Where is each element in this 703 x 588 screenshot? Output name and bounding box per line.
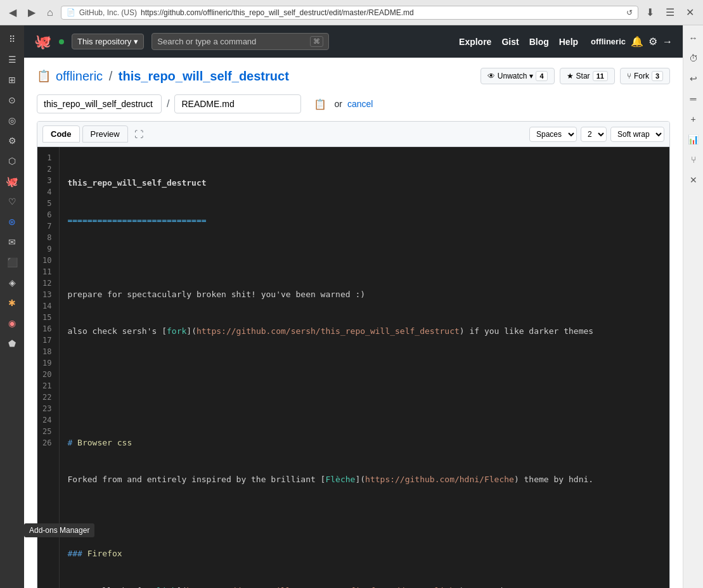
- github-logo: 🐙: [34, 34, 51, 50]
- repo-path: offlineric / this_repo_will_self_destruc…: [56, 69, 289, 84]
- star-count: 11: [593, 71, 608, 81]
- fork-label: Fork: [634, 72, 649, 80]
- repo-selector[interactable]: This repository ▾: [72, 34, 144, 49]
- fork-icon: ⑂: [627, 72, 631, 80]
- code-tab[interactable]: Code: [42, 125, 80, 143]
- indent-type-select[interactable]: Spaces: [529, 127, 577, 142]
- code-editor[interactable]: 1 2 3 4 5 6 7 8 9 10 11 12 13 14 15 16 1…: [37, 147, 669, 588]
- close-button[interactable]: ✕: [682, 5, 698, 20]
- menu-button[interactable]: ☰: [662, 5, 678, 20]
- unwatch-arrow: ▾: [529, 72, 533, 80]
- right-icon-add[interactable]: +: [686, 112, 701, 127]
- repo-owner-link[interactable]: offlineric: [56, 69, 103, 83]
- main-content: 🐙 This repository ▾ Search or type a com…: [24, 25, 683, 588]
- search-shortcut-icon: ⌘: [310, 36, 323, 47]
- search-placeholder: Search or type a command: [157, 37, 256, 46]
- right-icon-branch[interactable]: ⑂: [686, 152, 701, 167]
- unwatch-label: Unwatch: [498, 72, 527, 80]
- star-icon: ★: [567, 72, 574, 80]
- sidebar-icon-github[interactable]: 🐙: [3, 172, 21, 190]
- tab-favicon: 📄: [67, 8, 75, 16]
- gist-link[interactable]: Gist: [501, 37, 519, 47]
- gh-nav: Explore Gist Blog Help: [459, 37, 578, 47]
- settings-icon[interactable]: ⚙: [648, 35, 657, 48]
- editor-toolbar: Code Preview ⛶ Spaces 2 Soft wrap: [37, 122, 669, 147]
- right-icon-undo[interactable]: ↩: [686, 71, 701, 86]
- back-button[interactable]: ◀: [5, 5, 20, 20]
- username-label: offlineric: [591, 37, 626, 46]
- sidebar-icon-6[interactable]: ⚙: [3, 132, 21, 150]
- path-separator: /: [109, 69, 113, 83]
- cancel-link[interactable]: cancel: [347, 99, 373, 109]
- repo-file-icon: 📋: [37, 69, 51, 83]
- file-path-separator: /: [167, 98, 169, 110]
- sidebar-icon-1[interactable]: ⠿: [3, 30, 21, 48]
- sidebar-icon-4[interactable]: ⊙: [3, 91, 21, 109]
- file-actions: 📋 or cancel: [311, 96, 373, 113]
- editor-options: Spaces 2 Soft wrap: [529, 127, 664, 142]
- indent-size-select[interactable]: 2: [581, 127, 607, 142]
- copy-path-button[interactable]: 📋: [311, 96, 329, 113]
- editor-container: Code Preview ⛶ Spaces 2 Soft wrap 1 2 3: [37, 121, 670, 588]
- sidebar-icon-9[interactable]: ♡: [3, 193, 21, 210]
- sidebar-icon-15[interactable]: ◉: [3, 314, 21, 332]
- sidebar-icon-10[interactable]: ⊛: [3, 213, 21, 231]
- signout-icon[interactable]: →: [662, 36, 673, 48]
- repo-selector-label: This repository: [77, 37, 131, 46]
- sidebar-icon-2[interactable]: ☰: [3, 51, 21, 68]
- line-numbers: 1 2 3 4 5 6 7 8 9 10 11 12 13 14 15 16 1…: [37, 147, 60, 588]
- browser-chrome: ◀ ▶ ⌂ 📄 GitHub, Inc. (US) https://github…: [0, 0, 703, 25]
- forward-button[interactable]: ▶: [24, 5, 39, 20]
- repo-actions: 👁 Unwatch ▾ 4 ★ Star 11 ⑂ Fork 3: [480, 68, 670, 84]
- sidebar-icon-3[interactable]: ⊞: [3, 71, 21, 89]
- address-url: https://github.com/offlineric/this_repo_…: [141, 8, 622, 17]
- right-icon-close[interactable]: ✕: [686, 172, 701, 188]
- sidebar-icon-12[interactable]: ⬛: [3, 253, 21, 271]
- sidebar-icon-7[interactable]: ⬡: [3, 152, 21, 170]
- sidebar-icon-11[interactable]: ✉: [3, 233, 21, 251]
- or-label: or: [334, 99, 342, 109]
- fork-count: 3: [652, 71, 663, 81]
- right-icon-lines[interactable]: ═: [686, 91, 701, 106]
- fork-button[interactable]: ⑂ Fork 3: [620, 68, 670, 84]
- explore-link[interactable]: Explore: [459, 37, 491, 47]
- star-button[interactable]: ★ Star 11: [560, 68, 615, 84]
- online-indicator: [59, 39, 64, 44]
- fullscreen-button[interactable]: ⛶: [131, 127, 147, 142]
- tab-label: GitHub, Inc. (US): [79, 8, 137, 17]
- right-icon-clock[interactable]: ⏱: [686, 51, 701, 66]
- filename-input[interactable]: [174, 94, 301, 113]
- addon-tooltip: Add-ons Manager: [24, 523, 94, 537]
- preview-tab[interactable]: Preview: [82, 125, 128, 143]
- left-sidebar: ⠿ ☰ ⊞ ⊙ ◎ ⚙ ⬡ 🐙 ♡ ⊛ ✉ ⬛ ◈ ✱ ◉ ⬟: [0, 25, 24, 588]
- repo-header: 📋 offlineric / this_repo_will_self_destr…: [24, 58, 683, 89]
- sidebar-icon-devtools[interactable]: ◈: [3, 274, 21, 291]
- user-area: offlineric 🔔 ⚙ →: [591, 35, 673, 48]
- address-bar[interactable]: 📄 GitHub, Inc. (US) https://github.com/o…: [61, 6, 638, 20]
- repo-selector-arrow: ▾: [134, 37, 138, 46]
- right-icon-expand[interactable]: ↔: [686, 30, 701, 46]
- gh-header: 🐙 This repository ▾ Search or type a com…: [24, 25, 683, 58]
- sidebar-icon-14[interactable]: ✱: [3, 294, 21, 312]
- right-icon-chart[interactable]: 📊: [686, 132, 701, 147]
- code-content[interactable]: this_repo_will_self_destruct ===========…: [60, 147, 669, 588]
- blog-link[interactable]: Blog: [529, 37, 549, 47]
- star-label: Star: [576, 72, 590, 80]
- global-search[interactable]: Search or type a command ⌘: [152, 33, 329, 50]
- unwatch-count: 4: [536, 71, 547, 81]
- sidebar-icon-16[interactable]: ⬟: [3, 335, 21, 352]
- repo-breadcrumb[interactable]: [37, 94, 162, 113]
- notification-icon[interactable]: 🔔: [631, 35, 643, 48]
- download-button[interactable]: ⬇: [642, 5, 658, 20]
- reload-icon[interactable]: ↺: [626, 8, 633, 17]
- repo-name-link[interactable]: this_repo_will_self_destruct: [119, 69, 289, 83]
- help-link[interactable]: Help: [559, 37, 578, 47]
- unwatch-button[interactable]: 👁 Unwatch ▾ 4: [480, 68, 555, 84]
- file-editor-header: / 📋 or cancel: [24, 89, 683, 121]
- home-button[interactable]: ⌂: [43, 6, 57, 20]
- wrap-mode-select[interactable]: Soft wrap: [610, 127, 664, 142]
- right-sidebar: ↔ ⏱ ↩ ═ + 📊 ⑂ ✕: [683, 25, 703, 588]
- eye-icon: 👁: [487, 72, 495, 80]
- sidebar-icon-5[interactable]: ◎: [3, 112, 21, 129]
